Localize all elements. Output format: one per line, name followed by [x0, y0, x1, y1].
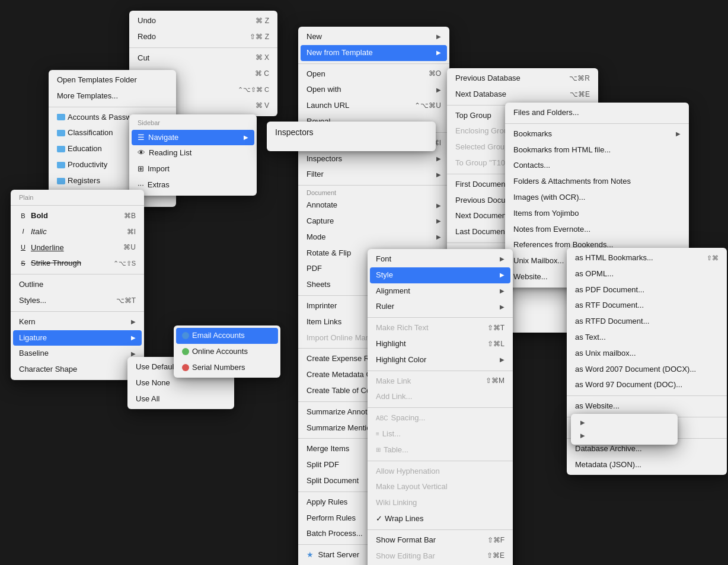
- import-item[interactable]: ⊞ Import: [129, 161, 257, 177]
- as-word-97-item[interactable]: as Word 97 Document (DOC)...: [567, 377, 727, 393]
- next-database-item[interactable]: Next Database ⌥⌘E: [447, 87, 598, 103]
- separator: [11, 311, 144, 312]
- folders-attachments-notes-item[interactable]: Folders & Attachments from Notes: [505, 174, 689, 190]
- capture-item[interactable]: Capture ▶: [298, 213, 449, 229]
- import-icon: ⊞: [138, 163, 144, 175]
- sidebar-section: Sidebar: [129, 117, 257, 130]
- previous-database-item[interactable]: Previous Database ⌥⌘R: [447, 71, 598, 87]
- open-item[interactable]: Open ⌘O: [298, 66, 449, 82]
- italic-item[interactable]: I Italic ⌘I: [11, 224, 144, 240]
- highlight-color-item[interactable]: Highlight Color ▶: [368, 352, 513, 368]
- show-editing-bar-item[interactable]: Show Editing Bar ⇧⌘E: [368, 548, 513, 564]
- items-from-yojimbo-item[interactable]: Items from Yojimbo: [505, 206, 689, 222]
- undo-item[interactable]: Undo ⌘ Z: [129, 13, 277, 29]
- checkmark-icon: ✓: [376, 513, 382, 525]
- mode-item[interactable]: Mode ▶: [298, 229, 449, 245]
- annotate-item[interactable]: Annotate ▶: [298, 197, 449, 213]
- separator: [368, 317, 513, 318]
- baseline-item[interactable]: Baseline ▶: [11, 346, 144, 362]
- add-link-item[interactable]: Add Link...: [368, 389, 513, 405]
- list-item[interactable]: ≡ List...: [368, 426, 513, 442]
- folder-icon: [57, 178, 65, 184]
- bold-item[interactable]: B Bold ⌘B: [11, 208, 144, 224]
- allow-hyphenation-item[interactable]: Allow Hyphenation: [368, 464, 513, 480]
- bookmarks-from-html-item[interactable]: Bookmarks from HTML file...: [505, 142, 689, 158]
- arrow-item-1[interactable]: ▶: [571, 416, 678, 429]
- as-pdf-document-item[interactable]: as PDF Document...: [567, 282, 727, 298]
- make-layout-vertical-item[interactable]: Make Layout Vertical: [368, 479, 513, 495]
- launch-url-item[interactable]: Launch URL ⌃⌥⌘U: [298, 98, 449, 114]
- kern-item[interactable]: Kern ▶: [11, 314, 144, 330]
- separator: [129, 47, 277, 48]
- as-text-item[interactable]: as Text...: [567, 330, 727, 346]
- as-word-2007-item[interactable]: as Word 2007 Document (DOCX)...: [567, 362, 727, 378]
- online-accounts-icon: [182, 348, 189, 355]
- as-opml-item[interactable]: as OPML...: [567, 266, 727, 282]
- as-website-item[interactable]: as Website...: [567, 398, 727, 414]
- new-item[interactable]: New ▶: [298, 29, 449, 45]
- filter-item[interactable]: Filter ▶: [298, 167, 449, 183]
- as-rtfd-document-item[interactable]: as RTFD Document...: [567, 314, 727, 330]
- make-link-item[interactable]: Make Link ⇧⌘M: [368, 374, 513, 390]
- separator: [368, 529, 513, 530]
- bookmarks-item[interactable]: Bookmarks ▶: [505, 126, 689, 142]
- wiki-linking-item[interactable]: Wiki Linking: [368, 495, 513, 511]
- inspectors-label: Inspectors: [267, 124, 436, 141]
- images-with-ocr-item[interactable]: Images (with OCR)...: [505, 190, 689, 206]
- new-from-template-item[interactable]: New from Template ▶: [301, 45, 447, 61]
- folder-icon: [57, 162, 65, 168]
- small-arrows-menu: ▶ ▶: [571, 414, 678, 445]
- character-shape-item[interactable]: Character Shape ▶: [11, 362, 144, 378]
- inspectors-item[interactable]: Inspectors ▶: [298, 151, 449, 167]
- metadata-json-item[interactable]: Metadata (JSON)...: [567, 457, 727, 473]
- ruler-item[interactable]: Ruler ▶: [368, 299, 513, 315]
- font-item[interactable]: Font ▶: [368, 251, 513, 267]
- folder-icon: [57, 146, 65, 152]
- redo-item[interactable]: Redo ⇧⌘ Z: [129, 29, 277, 45]
- separator: [298, 63, 449, 64]
- email-accounts-item[interactable]: Email Accounts: [176, 328, 278, 344]
- extras-item[interactable]: ··· Extras: [129, 177, 257, 193]
- online-accounts-item[interactable]: Online Accounts: [174, 344, 280, 360]
- list-small-icon: ≡: [376, 429, 379, 439]
- highlight-item[interactable]: Highlight ⇧⌘L: [368, 336, 513, 352]
- more-templates-item[interactable]: More Templates...: [49, 88, 176, 104]
- files-and-folders-item[interactable]: Files and Folders...: [505, 105, 689, 121]
- view-menu: Sidebar ☰ Navigate ▶ 👁 Reading List ⊞ Im…: [129, 114, 257, 196]
- navigate-item[interactable]: ☰ Navigate ▶: [132, 130, 254, 146]
- serial-numbers-item[interactable]: Serial Numbers: [174, 360, 280, 376]
- open-templates-folder-item[interactable]: Open Templates Folder: [49, 72, 176, 88]
- separator: [505, 123, 689, 124]
- strikethrough-item[interactable]: S Strike Through ⌃⌥⇧S: [11, 256, 144, 272]
- alignment-item[interactable]: Alignment ▶: [368, 283, 513, 299]
- underline-item[interactable]: U Underline ⌘U: [11, 240, 144, 256]
- i-label: I: [19, 226, 27, 237]
- as-rtf-document-item[interactable]: as RTF Document...: [567, 298, 727, 314]
- as-unix-mailbox-item[interactable]: as Unix mailbox...: [567, 346, 727, 362]
- arrow-item-2[interactable]: ▶: [571, 429, 678, 442]
- eye-icon: 👁: [138, 147, 145, 159]
- make-rich-text-item[interactable]: Make Rich Text ⇧⌘T: [368, 320, 513, 336]
- reading-list-item[interactable]: 👁 Reading List: [129, 145, 257, 161]
- notes-from-evernote-item[interactable]: Notes from Evernote...: [505, 222, 689, 238]
- wrap-lines-item[interactable]: ✓ Wrap Lines: [368, 511, 513, 527]
- b-label: B: [19, 211, 27, 222]
- outline-item[interactable]: Outline: [11, 277, 144, 293]
- abc-icon: ABC: [376, 414, 388, 423]
- contacts-item[interactable]: Contacts...: [505, 158, 689, 174]
- use-all-item[interactable]: Use All: [127, 391, 234, 407]
- styles-item[interactable]: Styles... ⌥⌘T: [11, 293, 144, 309]
- as-html-bookmarks-item[interactable]: as HTML Bookmarks... ⇧⌘: [567, 250, 727, 266]
- ligature-item[interactable]: Ligature ▶: [13, 330, 142, 346]
- separator: [567, 395, 727, 396]
- style-submenu: Font ▶ Style ▶ Alignment ▶ Ruler ▶ Make …: [368, 249, 513, 565]
- folder-icon: [57, 114, 65, 120]
- open-with-item[interactable]: Open with ▶: [298, 82, 449, 98]
- table-item[interactable]: ⊞ Table...: [368, 442, 513, 458]
- spacing-item[interactable]: ABC Spacing...: [368, 410, 513, 426]
- inspectors-menu: Inspectors: [267, 122, 436, 151]
- style-item[interactable]: Style ▶: [370, 267, 510, 283]
- show-format-bar-item[interactable]: Show Format Bar ⇧⌘F: [368, 532, 513, 548]
- cut-item[interactable]: Cut ⌘ X: [129, 50, 277, 66]
- star-icon: ★: [306, 550, 314, 559]
